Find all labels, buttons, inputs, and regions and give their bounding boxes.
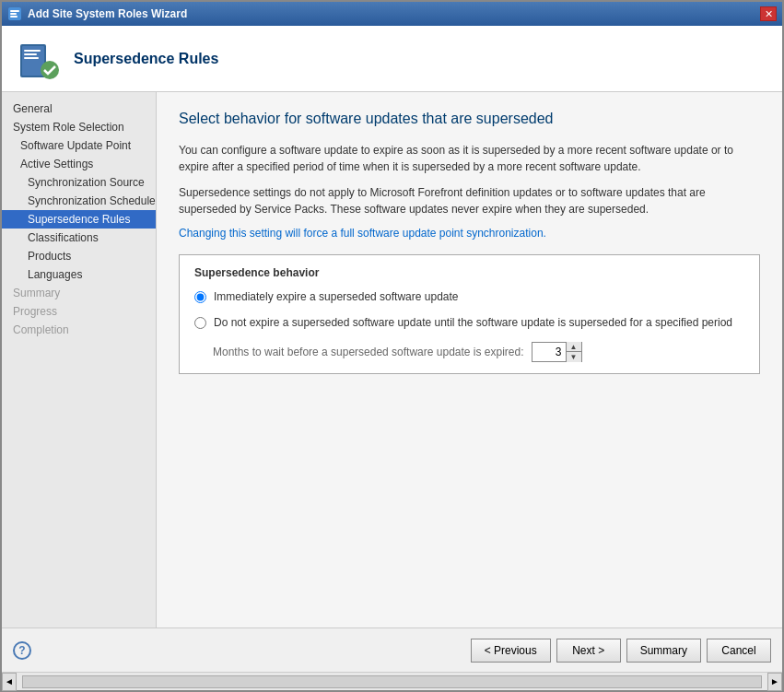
radio-period-label: Do not expire a superseded software upda… [214,316,732,329]
months-increment-button[interactable]: ▲ [567,342,581,352]
wizard-content: Select behavior for software updates tha… [157,92,782,627]
nav-software-update-point[interactable]: Software Update Point [2,136,156,155]
radio-option-immediate[interactable]: Immediately expire a superseded software… [194,290,744,303]
info-paragraph-1: You can configure a software update to e… [179,142,760,175]
svg-rect-7 [24,53,37,55]
info-paragraph-3: Changing this setting will force a full … [179,227,760,240]
nav-products[interactable]: Products [2,247,156,265]
svg-rect-1 [10,10,19,12]
svg-rect-2 [10,13,17,15]
info-paragraph-2: Supersedence settings do not apply to Mi… [179,184,760,217]
nav-synchronization-source[interactable]: Synchronization Source [2,173,156,192]
months-input-container: ▲ ▼ [532,342,582,362]
nav-active-settings[interactable]: Active Settings [2,155,156,173]
close-button[interactable]: ✕ [760,6,777,21]
previous-button[interactable]: < Previous [471,639,551,663]
wizard-footer: ? < Previous Next > Summary Cancel [2,627,782,672]
months-label: Months to wait before a superseded softw… [213,346,524,358]
scrollbar-left-button[interactable]: ◄ [2,673,17,691]
radio-immediately[interactable] [194,291,206,303]
nav-synchronization-schedule[interactable]: Synchronization Schedule [2,192,156,210]
behavior-box: Supersedence behavior Immediately expire… [179,254,760,374]
cancel-button[interactable]: Cancel [707,639,771,663]
svg-rect-8 [24,57,39,59]
months-spinner: ▲ ▼ [566,342,581,362]
radio-immediately-label: Immediately expire a superseded software… [214,290,458,303]
nav-progress: Progress [2,302,156,321]
nav-completion: Completion [2,321,156,339]
title-bar: Add Site System Roles Wizard ✕ [2,2,782,26]
nav-general[interactable]: General [2,100,156,118]
svg-point-9 [41,61,59,79]
radio-period[interactable] [194,317,206,329]
help-button[interactable]: ? [13,641,31,660]
svg-rect-6 [24,50,41,52]
nav-system-role-selection[interactable]: System Role Selection [2,118,156,136]
nav-classifications[interactable]: Classifications [2,229,156,247]
wizard-header: Supersedence Rules [2,26,782,92]
nav-summary: Summary [2,284,156,302]
header-icon [17,37,61,81]
wizard-window: Add Site System Roles Wizard ✕ Supersede… [0,0,784,692]
wizard-body: General System Role Selection Software U… [2,92,782,627]
footer-left: ? [13,641,31,660]
wizard-nav: General System Role Selection Software U… [2,92,157,627]
summary-button[interactable]: Summary [626,639,701,663]
content-title: Select behavior for software updates tha… [179,111,760,127]
months-decrement-button[interactable]: ▼ [567,352,581,362]
svg-rect-3 [10,16,18,18]
months-row: Months to wait before a superseded softw… [213,342,744,362]
nav-supersedence-rules[interactable]: Supersedence Rules [2,210,156,229]
scrollbar-right-button[interactable]: ► [767,673,782,691]
title-bar-left: Add Site System Roles Wizard [7,6,187,21]
behavior-box-title: Supersedence behavior [194,266,744,279]
scrollbar-track[interactable] [22,675,762,688]
wizard-icon [7,6,22,21]
title-bar-text: Add Site System Roles Wizard [28,7,187,20]
nav-languages[interactable]: Languages [2,265,156,284]
scrollbar-area: ◄ ► [2,672,782,690]
wizard-header-title: Supersedence Rules [74,51,218,67]
months-value-input[interactable] [532,346,566,358]
radio-option-period[interactable]: Do not expire a superseded software upda… [194,316,744,329]
next-button[interactable]: Next > [556,639,621,663]
